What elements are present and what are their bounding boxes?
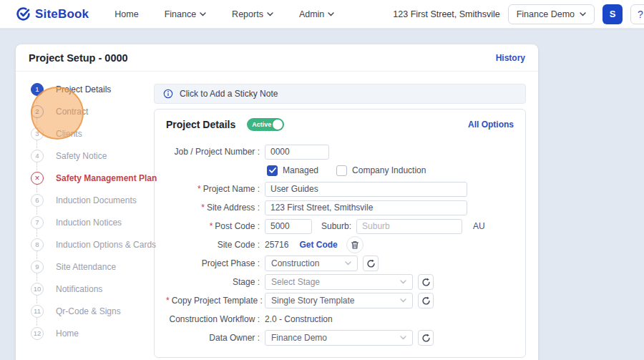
step-badge: 9	[31, 261, 44, 273]
nav-label: Admin	[299, 9, 324, 19]
step-badge: 10	[31, 283, 44, 296]
all-options-link[interactable]: All Options	[468, 120, 514, 130]
company-induction-checkbox-label[interactable]: Company Induction	[352, 165, 426, 175]
label-text: Project Name :	[203, 184, 260, 194]
sidebar-step-project-details[interactable]: 1 Project Details	[31, 78, 154, 100]
project-name-label: *Project Name :	[166, 184, 265, 194]
sidebar-step-home[interactable]: 12 Home	[31, 322, 154, 344]
data-owner-value: Finance Demo	[271, 333, 327, 343]
chevron-down-icon	[400, 298, 406, 303]
refresh-template-button[interactable]	[418, 293, 434, 308]
refresh-project-phase-button[interactable]	[363, 256, 379, 271]
project-phase-row: Project Phase : Construction	[166, 254, 514, 273]
step-label: Induction Documents	[56, 195, 137, 205]
label-text: Copy Project Template :	[172, 296, 263, 306]
project-phase-label: Project Phase :	[166, 258, 265, 268]
content-area: Click to Add a Sticky Note Project Detai…	[154, 72, 538, 360]
refresh-stage-button[interactable]	[418, 274, 434, 290]
step-error-icon: ×	[31, 172, 44, 185]
suburb-input[interactable]	[356, 219, 462, 234]
topbar-right: 123 First Street, Smithsvile Finance Dem…	[393, 4, 644, 24]
sidebar-step-notifications[interactable]: 10 Notifications	[31, 278, 154, 300]
step-badge: 4	[31, 150, 44, 162]
panel-header: Project Details Active All Options	[166, 118, 514, 131]
project-phase-select[interactable]: Construction	[265, 256, 358, 271]
help-button[interactable]: ?	[630, 4, 644, 24]
card-header: Project Setup - 0000 History	[16, 44, 538, 72]
suburb-label: Suburb:	[321, 221, 351, 231]
required-mark: *	[201, 203, 205, 213]
job-number-label: Job / Project Number :	[166, 147, 265, 157]
job-number-row: Job / Project Number :	[166, 142, 514, 161]
step-badge: 8	[31, 238, 44, 251]
sidebar-step-induction-documents[interactable]: 6 Induction Documents	[31, 189, 154, 211]
site-code-value: 25716	[265, 240, 288, 250]
avatar[interactable]: S	[602, 4, 623, 24]
chevron-down-icon	[580, 12, 586, 16]
sidebar-step-site-attendance[interactable]: 9 Site Attendance	[31, 256, 154, 278]
checkboxes-row: Managed Company Induction	[166, 161, 514, 180]
stage-select[interactable]: Select Stage	[265, 274, 413, 290]
org-selector-dropdown[interactable]: Finance Demo	[508, 4, 595, 24]
copy-project-template-label: *Copy Project Template :	[166, 296, 265, 306]
chevron-down-icon	[200, 12, 206, 16]
sidebar-step-safety-management-plan[interactable]: × Safety Management Plan	[31, 167, 154, 189]
sidebar-step-qr-code-signs[interactable]: 11 Qr-Code & Signs	[31, 300, 154, 322]
step-label: Project Details	[56, 84, 111, 94]
history-link[interactable]: History	[496, 53, 525, 63]
stage-row: Stage : Select Stage	[166, 273, 514, 291]
card-body: 1 Project Details 2 Contract 3 Clients 4…	[16, 72, 538, 360]
company-induction-checkbox[interactable]	[336, 165, 347, 176]
brand-logo[interactable]: SiteBook	[16, 6, 89, 21]
job-number-input[interactable]	[265, 145, 329, 160]
active-toggle[interactable]: Active	[247, 118, 284, 131]
step-label: Site Attendance	[56, 262, 116, 272]
chevron-down-icon	[345, 261, 351, 266]
step-badge: 11	[31, 305, 44, 318]
managed-checkbox-label[interactable]: Managed	[283, 165, 318, 175]
add-sticky-note-bar[interactable]: Click to Add a Sticky Note	[154, 84, 526, 104]
refresh-data-owner-button[interactable]	[418, 330, 434, 346]
stage-label: Stage :	[166, 277, 265, 287]
stage-value: Select Stage	[271, 277, 320, 287]
brand-name: SiteBook	[35, 7, 89, 21]
data-owner-select[interactable]: Finance Demo	[265, 330, 413, 346]
refresh-icon	[366, 259, 376, 268]
label-text: Post Code :	[215, 221, 260, 231]
nav-admin[interactable]: Admin	[299, 9, 334, 19]
site-code-label: Site Code :	[166, 240, 265, 250]
construction-workflow-value: 2.0 - Construction	[265, 314, 333, 324]
post-code-input[interactable]	[265, 219, 312, 234]
delete-site-code-button[interactable]	[346, 236, 364, 253]
refresh-icon	[421, 334, 431, 343]
project-details-form: Job / Project Number : Managed Company I…	[166, 142, 514, 347]
managed-checkbox[interactable]	[267, 165, 278, 176]
project-name-input[interactable]	[265, 182, 467, 197]
site-address-input[interactable]	[265, 200, 467, 215]
project-setup-card: Project Setup - 0000 History 1 Project D…	[16, 44, 538, 360]
step-badge: 12	[31, 327, 44, 340]
current-site-address: 123 First Street, Smithsvile	[393, 9, 499, 19]
step-badge: 6	[31, 194, 44, 207]
copy-project-template-value: Single Story Template	[271, 296, 355, 306]
sidebar-step-safety-notice[interactable]: 4 Safety Notice	[31, 145, 154, 167]
sidebar-step-induction-options-cards[interactable]: 8 Induction Options & Cards	[31, 233, 154, 256]
step-label: Home	[56, 329, 79, 339]
copy-project-template-select[interactable]: Single Story Template	[265, 293, 413, 308]
step-badge: 1	[31, 83, 44, 96]
sidebar-step-induction-notices[interactable]: 7 Induction Notices	[31, 211, 154, 233]
chevron-down-icon	[328, 12, 334, 16]
get-code-link[interactable]: Get Code	[299, 240, 337, 250]
sidebar-step-clients[interactable]: 3 Clients	[31, 122, 154, 145]
topbar: SiteBook Home Finance Reports Admin 123 …	[0, 0, 644, 29]
construction-workflow-row: Construction Workflow : 2.0 - Constructi…	[166, 310, 514, 329]
post-code-label: *Post Code :	[166, 221, 265, 231]
sidebar-step-contract[interactable]: 2 Contract	[31, 100, 154, 122]
nav-home[interactable]: Home	[114, 9, 138, 19]
page-title: Project Setup - 0000	[29, 52, 128, 64]
site-address-row: *Site Address :	[166, 198, 514, 217]
step-label: Safety Notice	[56, 151, 107, 161]
refresh-icon	[421, 296, 431, 306]
nav-reports[interactable]: Reports	[232, 9, 273, 19]
nav-finance[interactable]: Finance	[165, 9, 206, 19]
